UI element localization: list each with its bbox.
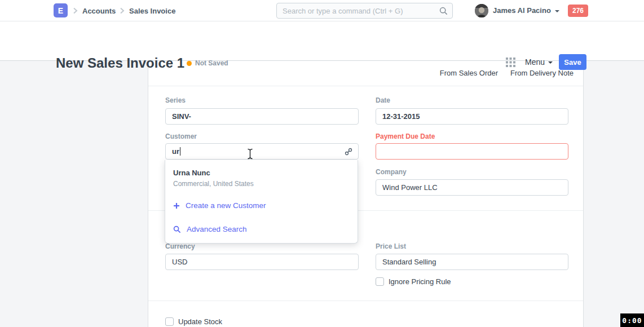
chevron-right-icon xyxy=(120,7,125,14)
advanced-search-label: Advanced Search xyxy=(187,225,247,233)
not-saved-dot-icon xyxy=(187,61,192,66)
app-logo[interactable]: E xyxy=(54,3,68,17)
create-new-customer-option[interactable]: Create a new Customer xyxy=(173,201,266,210)
update-stock-checkbox[interactable] xyxy=(165,317,174,326)
plus-icon xyxy=(173,202,180,209)
company-input[interactable] xyxy=(376,179,568,196)
from-sales-order-button[interactable]: From Sales Order xyxy=(440,69,498,77)
menu-label: Menu xyxy=(525,58,545,67)
date-label: Date xyxy=(376,96,568,104)
date-input[interactable] xyxy=(376,108,568,125)
update-stock-label[interactable]: Update Stock xyxy=(178,317,222,326)
user-menu[interactable]: James Al Pacino xyxy=(493,6,559,15)
customer-typed-text: ur xyxy=(172,147,179,156)
save-button[interactable]: Save xyxy=(559,54,586,70)
currency-input[interactable] xyxy=(165,254,359,270)
search-icon[interactable] xyxy=(439,7,448,15)
page-title: New Sales Invoice 1 xyxy=(56,55,184,71)
series-input[interactable] xyxy=(165,108,359,125)
app-window: E Accounts Sales Invoice James Al Pa xyxy=(0,0,644,327)
avatar-photo xyxy=(475,4,488,17)
grid-view-icon[interactable] xyxy=(506,58,515,67)
breadcrumb-accounts[interactable]: Accounts xyxy=(82,7,116,15)
link-icon[interactable] xyxy=(345,148,352,156)
avatar[interactable] xyxy=(475,4,488,17)
global-search xyxy=(276,3,453,19)
currency-label: Currency xyxy=(165,242,195,250)
ibeam-mouse-cursor xyxy=(247,148,253,160)
form-quick-actions: From Sales Order From Delivery Note xyxy=(440,69,574,77)
company-label: Company xyxy=(376,168,568,176)
page-head: New Sales Invoice 1 Not Saved Menu Save xyxy=(0,21,644,61)
advanced-search-option[interactable]: Advanced Search xyxy=(173,225,247,233)
payment-due-date-input[interactable] xyxy=(376,143,568,160)
chevron-down-icon xyxy=(555,10,559,12)
status-indicator: Not Saved xyxy=(187,59,228,67)
from-delivery-note-button[interactable]: From Delivery Note xyxy=(510,69,574,77)
section-divider xyxy=(148,86,583,86)
price-list-input[interactable] xyxy=(376,254,568,270)
search-input[interactable] xyxy=(283,3,435,18)
chevron-right-icon xyxy=(73,7,78,14)
menu-button[interactable]: Menu xyxy=(525,58,553,67)
breadcrumb-sales-invoice[interactable]: Sales Invoice xyxy=(129,7,175,15)
series-label: Series xyxy=(165,96,186,104)
customer-input[interactable]: ur xyxy=(165,143,359,160)
status-text: Not Saved xyxy=(195,59,228,67)
section-divider xyxy=(148,301,583,301)
user-name: James Al Pacino xyxy=(493,6,551,15)
ignore-pricing-rule-checkbox[interactable] xyxy=(376,277,384,286)
recording-timer: 0:00 xyxy=(620,313,644,327)
payment-due-date-label: Payment Due Date xyxy=(376,132,568,140)
text-caret xyxy=(180,147,180,156)
chevron-down-icon xyxy=(548,61,553,64)
ignore-pricing-rule-row: Ignore Pricing Rule xyxy=(376,277,451,286)
result-subtitle: Commercial, United States xyxy=(173,180,254,188)
update-stock-row: Update Stock xyxy=(165,317,222,326)
navbar: E Accounts Sales Invoice James Al Pa xyxy=(0,0,644,21)
notifications-badge[interactable]: 276 xyxy=(568,5,588,17)
result-title: Urna Nunc xyxy=(173,169,210,177)
customer-autocomplete-dropdown: Urna Nunc Commercial, United States Crea… xyxy=(165,160,358,244)
create-new-customer-label: Create a new Customer xyxy=(186,201,266,210)
customer-label: Customer xyxy=(165,132,197,140)
search-icon xyxy=(173,226,181,233)
ignore-pricing-rule-label[interactable]: Ignore Pricing Rule xyxy=(389,277,451,286)
price-list-label: Price List xyxy=(376,242,568,250)
